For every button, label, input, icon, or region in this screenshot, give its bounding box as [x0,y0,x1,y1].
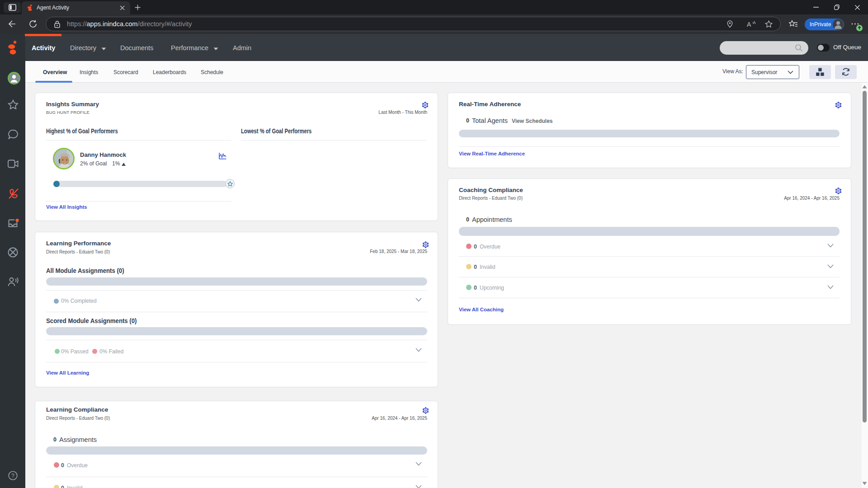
svg-text:A: A [747,21,751,28]
svg-text:?: ? [11,473,14,479]
